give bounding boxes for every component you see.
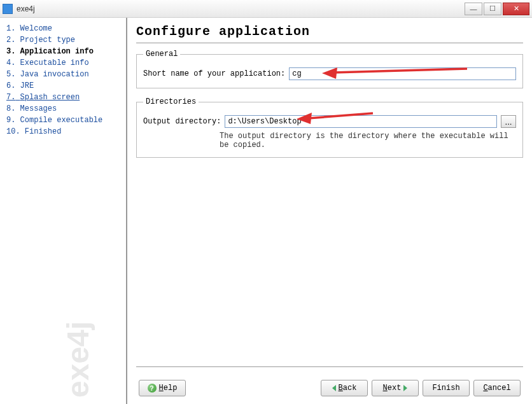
window-maximize-button[interactable]: ☐ xyxy=(484,3,501,15)
sidebar-watermark: exe4j xyxy=(60,321,95,398)
directories-legend: Directories xyxy=(143,97,199,106)
page-title: Configure application xyxy=(136,24,523,39)
next-button[interactable]: Next xyxy=(372,380,419,396)
general-fieldset: General Short name of your application: xyxy=(136,50,523,88)
help-icon: ? xyxy=(148,384,157,393)
step-jre[interactable]: 6. JRE xyxy=(6,80,120,92)
short-name-input[interactable] xyxy=(289,67,516,80)
cancel-button[interactable]: Cancel xyxy=(473,380,521,396)
step-compile-executable[interactable]: 9. Compile executable xyxy=(6,115,120,126)
app-icon xyxy=(3,4,13,14)
chevron-right-icon xyxy=(403,385,407,391)
step-executable-info[interactable]: 4. Executable info xyxy=(6,57,120,69)
step-finished[interactable]: 10. Finished xyxy=(6,126,120,137)
wizard-sidebar: 1. Welcome 2. Project type 3. Applicatio… xyxy=(0,18,127,404)
output-dir-hint: The output directory is the directory wh… xyxy=(143,128,516,150)
step-welcome[interactable]: 1. Welcome xyxy=(6,23,120,34)
output-dir-input[interactable] xyxy=(225,115,497,128)
window-titlebar: exe4j — ☐ ✕ xyxy=(0,0,532,18)
wizard-content: Configure application General Short name… xyxy=(127,18,532,404)
general-legend: General xyxy=(143,50,180,59)
finish-button[interactable]: Finish xyxy=(423,380,470,396)
window-title: exe4j xyxy=(17,4,465,13)
title-separator xyxy=(136,43,523,43)
window-close-button[interactable]: ✕ xyxy=(503,3,529,15)
step-java-invocation[interactable]: 5. Java invocation xyxy=(6,69,120,80)
step-project-type[interactable]: 2. Project type xyxy=(6,34,120,46)
wizard-footer: ? Help Back Next Finish Cancel xyxy=(136,373,523,404)
short-name-label: Short name of your application: xyxy=(143,69,285,78)
window-minimize-button[interactable]: — xyxy=(465,3,482,15)
step-messages[interactable]: 8. Messages xyxy=(6,103,120,115)
output-dir-label: Output directory: xyxy=(143,117,221,126)
chevron-left-icon xyxy=(332,385,336,391)
help-button[interactable]: ? Help xyxy=(139,380,186,396)
step-application-info[interactable]: 3. Application info xyxy=(6,46,120,57)
output-dir-browse-button[interactable]: ... xyxy=(501,115,516,128)
footer-separator xyxy=(136,366,523,367)
directories-fieldset: Directories Output directory: ... The ou… xyxy=(136,97,523,158)
window-controls: — ☐ ✕ xyxy=(465,3,529,15)
back-button[interactable]: Back xyxy=(321,380,368,396)
step-splash-screen[interactable]: 7. Splash screen xyxy=(6,92,120,103)
